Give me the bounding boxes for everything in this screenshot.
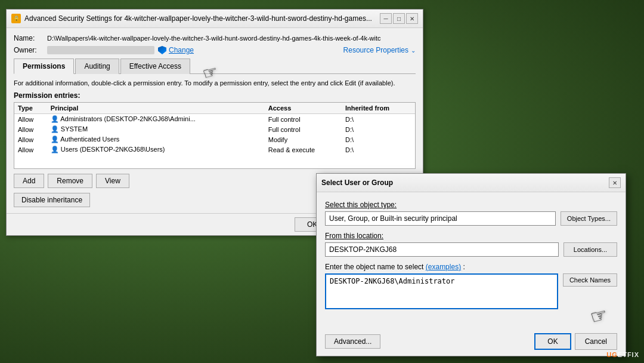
- chevron-down-icon: ⌄: [411, 47, 416, 54]
- cell-type: Allow: [14, 114, 47, 125]
- examples-link[interactable]: (examples): [426, 263, 461, 271]
- tab-effective-access[interactable]: Effective Access: [120, 59, 190, 74]
- object-type-row: Object Types...: [325, 211, 617, 226]
- owner-row: Owner: Change Resource Properties ⌄: [14, 46, 416, 54]
- main-window-title: Advanced Security Settings for 4k-witche…: [24, 14, 376, 23]
- watermark: UGETFIX: [606, 351, 639, 358]
- cell-access: Full control: [265, 124, 342, 134]
- col-principal: Principal: [47, 103, 265, 114]
- object-name-input[interactable]: DESKTOP-2NKGJ68\Administrator: [325, 273, 558, 309]
- cell-principal: 👤 Administrators (DESKTOP-2NKGJ68\Admini…: [47, 114, 265, 125]
- table-row[interactable]: Allow👤 Authenticated UsersModifyD:\: [14, 134, 415, 144]
- cell-access: Modify: [265, 134, 342, 144]
- object-types-button[interactable]: Object Types...: [561, 211, 617, 226]
- info-text: For additional information, double-click…: [14, 79, 416, 88]
- name-value: D:\Wallpapers\4k-witcher-wallpaper-lovel…: [47, 35, 416, 42]
- resource-properties[interactable]: Resource Properties ⌄: [343, 46, 416, 54]
- permissions-table-area[interactable]: Type Principal Access Inherited from All…: [14, 103, 415, 168]
- location-row: Locations...: [325, 242, 617, 257]
- locations-button[interactable]: Locations...: [564, 242, 617, 257]
- select-user-dialog: Select User or Group ✕ Select this objec…: [316, 173, 626, 356]
- dialog-ok-button[interactable]: OK: [534, 333, 571, 350]
- dialog-title: Select User or Group: [321, 179, 393, 187]
- location-label: From this location:: [325, 232, 617, 240]
- dialog-footer-left: Advanced...: [325, 334, 380, 349]
- col-type: Type: [14, 103, 47, 114]
- dialog-close-button[interactable]: ✕: [609, 177, 621, 188]
- tabs-bar: Permissions Auditing Effective Access: [14, 58, 416, 74]
- owner-bar: [47, 46, 154, 54]
- cell-inherited: D:\: [342, 114, 415, 125]
- location-input[interactable]: [325, 242, 559, 257]
- add-button[interactable]: Add: [14, 174, 44, 188]
- name-row: Name: D:\Wallpapers\4k-witcher-wallpaper…: [14, 34, 416, 42]
- table-row[interactable]: Allow👤 SYSTEMFull controlD:\: [14, 124, 415, 134]
- cell-inherited: D:\: [342, 134, 415, 144]
- col-access: Access: [265, 103, 342, 114]
- cell-access: Full control: [265, 114, 342, 125]
- object-type-label: Select this object type:: [325, 201, 617, 209]
- change-link[interactable]: Change: [158, 46, 194, 54]
- owner-label: Owner:: [14, 46, 44, 54]
- table-row[interactable]: Allow👤 Users (DESKTOP-2NKGJ68\Users)Read…: [14, 144, 415, 155]
- object-name-label: Enter the object name to select (example…: [325, 263, 617, 271]
- permissions-table: Type Principal Access Inherited from All…: [14, 103, 415, 155]
- table-row[interactable]: Allow👤 Administrators (DESKTOP-2NKGJ68\A…: [14, 114, 415, 125]
- object-name-row: DESKTOP-2NKGJ68\Administrator Check Name…: [325, 273, 617, 315]
- remove-button[interactable]: Remove: [48, 174, 92, 188]
- disable-inheritance-button[interactable]: Disable inheritance: [14, 193, 90, 207]
- check-names-button[interactable]: Check Names: [563, 273, 617, 287]
- cell-type: Allow: [14, 144, 47, 155]
- dialog-content: Select this object type: Object Types...…: [317, 192, 626, 330]
- dialog-footer-right: OK Cancel: [534, 333, 617, 350]
- window-icon: 🔒: [11, 14, 21, 23]
- cell-principal: 👤 Authenticated Users: [47, 134, 265, 144]
- view-button[interactable]: View: [96, 174, 129, 188]
- main-titlebar: 🔒 Advanced Security Settings for 4k-witc…: [7, 10, 423, 28]
- dialog-footer: Advanced... OK Cancel: [317, 330, 626, 356]
- cell-principal: 👤 SYSTEM: [47, 124, 265, 134]
- cell-access: Read & execute: [265, 144, 342, 155]
- tab-auditing[interactable]: Auditing: [75, 59, 119, 74]
- object-type-input[interactable]: [325, 211, 556, 226]
- dialog-titlebar: Select User or Group ✕: [317, 174, 626, 192]
- permissions-table-wrapper: Type Principal Access Inherited from All…: [14, 102, 416, 169]
- cell-principal: 👤 Users (DESKTOP-2NKGJ68\Users): [47, 144, 265, 155]
- cell-inherited: D:\: [342, 124, 415, 134]
- window-controls: ─ □ ✕: [380, 13, 418, 24]
- cell-type: Allow: [14, 134, 47, 144]
- cell-inherited: D:\: [342, 144, 415, 155]
- name-label: Name:: [14, 34, 44, 42]
- tab-permissions[interactable]: Permissions: [14, 59, 74, 74]
- section-label: Permission entries:: [14, 91, 416, 100]
- shield-icon: [158, 46, 166, 54]
- advanced-button[interactable]: Advanced...: [325, 334, 380, 349]
- close-button[interactable]: ✕: [406, 13, 418, 24]
- maximize-button[interactable]: □: [393, 13, 405, 24]
- col-inherited: Inherited from: [342, 103, 415, 114]
- cell-type: Allow: [14, 124, 47, 134]
- dialog-cancel-button[interactable]: Cancel: [575, 333, 617, 350]
- minimize-button[interactable]: ─: [380, 13, 392, 24]
